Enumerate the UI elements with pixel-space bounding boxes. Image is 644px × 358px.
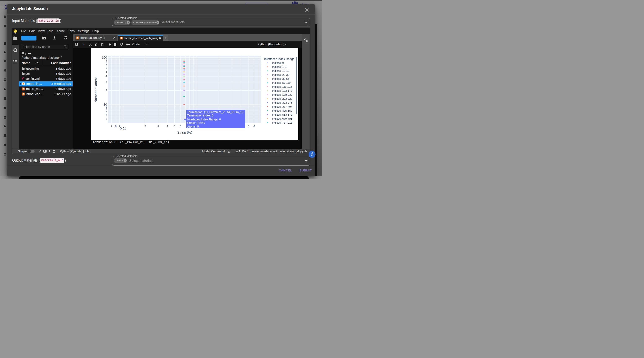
svg-text:6: 6 [180, 124, 181, 128]
svg-text:6: 6 [106, 66, 107, 70]
svg-text:7: 7 [106, 110, 107, 114]
svg-text:Indices: 0: Indices: 0 [272, 61, 284, 65]
svg-text:Indices: 679-786: Indices: 679-786 [272, 117, 292, 120]
svg-text:Indices: 1-9: Indices: 1-9 [272, 65, 286, 68]
svg-text:4: 4 [167, 124, 168, 128]
svg-text:3: 3 [106, 81, 107, 84]
svg-text:6: 6 [254, 124, 255, 128]
svg-text:Indices: 39-56: Indices: 39-56 [272, 77, 289, 80]
svg-text:Indices: 10-19: Indices: 10-19 [272, 69, 289, 72]
svg-text:0.01: 0.01 [120, 126, 126, 130]
svg-text:Termination index: 0: Termination index: 0 [187, 114, 214, 117]
svg-text:Indices: 20-38: Indices: 20-38 [272, 73, 289, 76]
svg-text:Interfaces Index Range: 0: Interfaces Index Range: 0 [187, 118, 221, 121]
svg-text:Interfaces Index Range: Interfaces Index Range [264, 57, 294, 61]
svg-text:5: 5 [174, 124, 175, 128]
svg-text:5: 5 [106, 117, 107, 120]
svg-text:Strain: 0.07%: Strain: 0.07% [187, 121, 205, 125]
svg-text:7: 7 [106, 63, 107, 66]
svg-text:4: 4 [106, 75, 107, 78]
svg-text:Termination: ('C_P6/mmm_2', 'N: Termination: ('C_P6/mmm_2', 'Ni_R-3m_1') [187, 110, 244, 114]
svg-text:Indices: 233-322: Indices: 233-322 [272, 97, 292, 100]
svg-text:Indices: 133-177: Indices: 133-177 [272, 89, 292, 92]
svg-text:Number of atoms: Number of atoms [94, 77, 98, 102]
svg-text:6: 6 [106, 114, 107, 117]
svg-text:Indices: 553-678: Indices: 553-678 [272, 113, 292, 116]
svg-text:Indices: 57-110: Indices: 57-110 [272, 81, 290, 84]
svg-text:5: 5 [106, 70, 107, 73]
svg-text:8: 8 [115, 124, 116, 128]
svg-text:Indices: 787-913: Indices: 787-913 [272, 121, 292, 124]
svg-text:Indices: 377-494: Indices: 377-494 [272, 105, 292, 108]
svg-text:5: 5 [248, 124, 249, 128]
svg-text:2: 2 [106, 89, 107, 92]
svg-text:Strain (%): Strain (%) [177, 131, 192, 134]
svg-text:Indices: 323-376: Indices: 323-376 [272, 101, 292, 104]
svg-text:Indices: 495-552: Indices: 495-552 [272, 109, 292, 112]
svg-text:Indices: 111-132: Indices: 111-132 [272, 85, 292, 88]
svg-text:Indices: 178-232: Indices: 178-232 [272, 93, 292, 96]
svg-text:2: 2 [144, 124, 146, 128]
svg-text:3: 3 [158, 124, 159, 128]
svg-text:Atoms: 5: Atoms: 5 [187, 125, 199, 128]
svg-text:7: 7 [111, 124, 112, 128]
